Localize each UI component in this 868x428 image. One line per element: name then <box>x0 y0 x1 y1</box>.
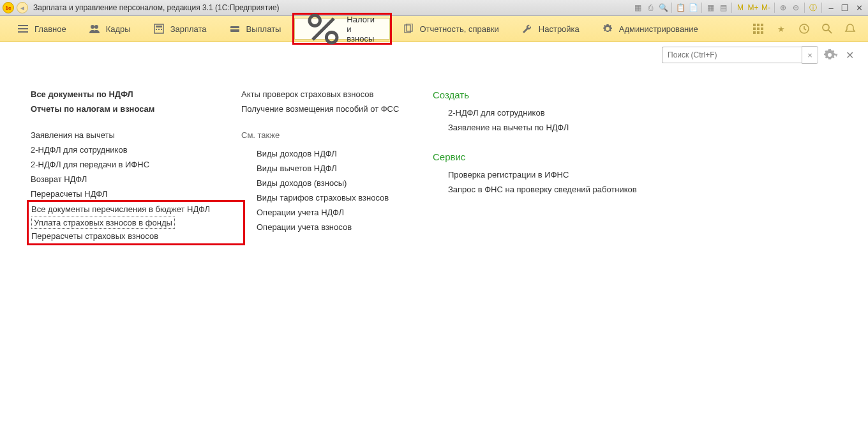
separator <box>671 3 672 13</box>
menu-staff[interactable]: Кадры <box>78 16 142 42</box>
link-insurance-recalc[interactable]: Перерасчеты страховых взносов <box>31 230 241 242</box>
link-ndfl-refund[interactable]: Возврат НДФЛ <box>31 172 241 187</box>
link-insurance-payments-selected[interactable]: Уплата страховых взносов в фонды <box>31 217 175 229</box>
search-box: × <box>662 46 818 64</box>
menu-settings-label: Настройка <box>539 24 580 34</box>
link-fss-reimbursement[interactable]: Получение возмещения пособий от ФСС <box>241 102 433 116</box>
search-input[interactable] <box>662 47 802 63</box>
menu-salary-label: Зарплата <box>170 24 207 34</box>
link-insurance-audit-acts[interactable]: Акты проверок страховых взносов <box>241 87 433 102</box>
menu-payments[interactable]: Выплаты <box>218 16 293 42</box>
separator <box>774 3 775 13</box>
svg-rect-20 <box>753 27 756 30</box>
create-heading[interactable]: Создать <box>433 87 662 105</box>
documents-icon <box>403 24 414 34</box>
svg-line-28 <box>828 30 832 33</box>
bell-icon[interactable] <box>844 22 857 35</box>
table-icon[interactable]: ▤ <box>717 2 729 13</box>
zoom-in-icon[interactable]: ⊕ <box>777 2 789 13</box>
hamburger-icon <box>18 24 28 34</box>
sub-toolbar: × ▾ ✕ <box>0 42 868 68</box>
link-insurance-tariff-types[interactable]: Виды тарифов страховых взносов <box>241 190 433 205</box>
m-clear-icon[interactable]: M <box>735 2 746 13</box>
spacer <box>241 116 433 128</box>
maximize-button[interactable]: ❐ <box>839 3 851 12</box>
svg-rect-22 <box>761 27 763 30</box>
m-minus-icon[interactable]: M- <box>760 2 772 13</box>
see-also-heading: См. также <box>241 128 433 142</box>
clipboard-icon[interactable]: 📋 <box>675 2 686 13</box>
column-3: Создать 2-НДФЛ для сотрудников Заявление… <box>433 87 662 244</box>
apps-icon[interactable] <box>752 22 765 35</box>
star-icon[interactable]: ★ <box>775 22 788 35</box>
link-ndfl-income-types[interactable]: Виды доходов НДФЛ <box>241 146 433 161</box>
preview-icon[interactable]: 🔍 <box>657 2 669 13</box>
menu-admin[interactable]: Администрирование <box>591 16 710 42</box>
search-icon[interactable] <box>821 22 834 35</box>
close-button[interactable]: ✕ <box>853 3 865 12</box>
doc-icon[interactable]: 📄 <box>687 2 699 13</box>
close-panel-icon[interactable]: ✕ <box>843 49 857 61</box>
spacer <box>31 116 241 128</box>
separator <box>731 3 732 13</box>
menu-reports[interactable]: Отчетность, справки <box>392 16 511 42</box>
print-icon[interactable]: ⎙ <box>645 2 656 13</box>
menu-salary[interactable]: Зарплата <box>142 16 218 42</box>
svg-point-12 <box>310 15 320 26</box>
link-ndfl-deduction-types[interactable]: Виды вычетов НДФЛ <box>241 161 433 176</box>
menu-main[interactable]: Главное <box>6 16 78 42</box>
link-contribution-income-types[interactable]: Виды доходов (взносы) <box>241 176 433 190</box>
m-plus-icon[interactable]: M+ <box>747 2 759 13</box>
titlebar-left: 1c ◄ Зарплата и управление персоналом, р… <box>3 2 280 13</box>
spacer <box>433 135 662 149</box>
svg-rect-2 <box>18 31 28 33</box>
zoom-out-icon[interactable]: ⊖ <box>790 2 802 13</box>
link-create-2ndfl[interactable]: 2-НДФЛ для сотрудников <box>433 105 662 120</box>
link-ndfl-operations[interactable]: Операции учета НДФЛ <box>241 205 433 220</box>
svg-point-13 <box>327 32 338 43</box>
link-all-ndfl-docs[interactable]: Все документы по НДФЛ <box>31 87 241 102</box>
link-contribution-operations[interactable]: Операции учета взносов <box>241 220 433 234</box>
app-logo-icon: 1c <box>3 2 14 13</box>
link-check-ifns-registration[interactable]: Проверка регистрации в ИФНС <box>433 167 662 182</box>
link-all-budget-transfer-docs[interactable]: Все документы перечисления в бюджет НДФЛ <box>31 203 241 215</box>
highlight-box: Все документы перечисления в бюджет НДФЛ… <box>27 200 245 245</box>
history-icon[interactable] <box>798 22 811 35</box>
separator <box>701 3 702 13</box>
menu-main-label: Главное <box>34 24 66 34</box>
link-fns-employee-verify[interactable]: Запрос в ФНС на проверку сведений работн… <box>433 182 662 197</box>
svg-rect-19 <box>761 24 763 26</box>
svg-rect-17 <box>753 24 756 26</box>
menu-taxes-label: Налоги и взносы <box>347 15 377 43</box>
link-2ndfl-ifns[interactable]: 2-НДФЛ для передачи в ИФНС <box>31 157 241 172</box>
link-tax-reports[interactable]: Отчеты по налогам и взносам <box>31 102 241 116</box>
svg-rect-21 <box>757 27 760 30</box>
link-2ndfl-employees[interactable]: 2-НДФЛ для сотрудников <box>31 142 241 157</box>
percent-icon <box>306 12 340 46</box>
service-heading[interactable]: Сервис <box>433 149 662 167</box>
link-create-deduction-application[interactable]: Заявление на вычеты по НДФЛ <box>433 120 662 135</box>
column-2: Акты проверок страховых взносов Получени… <box>241 87 433 244</box>
svg-line-14 <box>313 18 334 39</box>
settings-gear-icon[interactable]: ▾ <box>823 49 838 61</box>
svg-rect-0 <box>18 25 28 26</box>
content-area: Все документы по НДФЛ Отчеты по налогам … <box>0 68 868 244</box>
nav-back-icon[interactable]: ◄ <box>17 2 28 13</box>
minimize-button[interactable]: – <box>825 3 837 12</box>
svg-rect-9 <box>161 29 162 30</box>
info-icon[interactable]: ⓘ <box>807 2 819 13</box>
wallet-icon <box>230 24 240 34</box>
menu-taxes-highlight: Налоги и взносы <box>292 13 391 45</box>
menu-payments-label: Выплаты <box>246 24 281 34</box>
calendar-icon[interactable]: ▦ <box>705 2 716 13</box>
menu-staff-label: Кадры <box>106 24 131 34</box>
menu-settings[interactable]: Настройка <box>511 16 591 42</box>
calc-icon[interactable]: ▦ <box>632 2 643 13</box>
people-icon <box>89 24 100 34</box>
search-clear-button[interactable]: × <box>802 46 818 64</box>
menu-taxes[interactable]: Налоги и взносы <box>294 18 389 40</box>
column-1: Все документы по НДФЛ Отчеты по налогам … <box>31 87 241 244</box>
titlebar-right: ▦ ⎙ 🔍 📋 📄 ▦ ▤ M M+ M- ⊕ ⊖ ⓘ – ❐ ✕ <box>632 2 865 13</box>
link-deduction-applications[interactable]: Заявления на вычеты <box>31 128 241 142</box>
link-ndfl-recalc[interactable]: Перерасчеты НДФЛ <box>31 187 241 201</box>
